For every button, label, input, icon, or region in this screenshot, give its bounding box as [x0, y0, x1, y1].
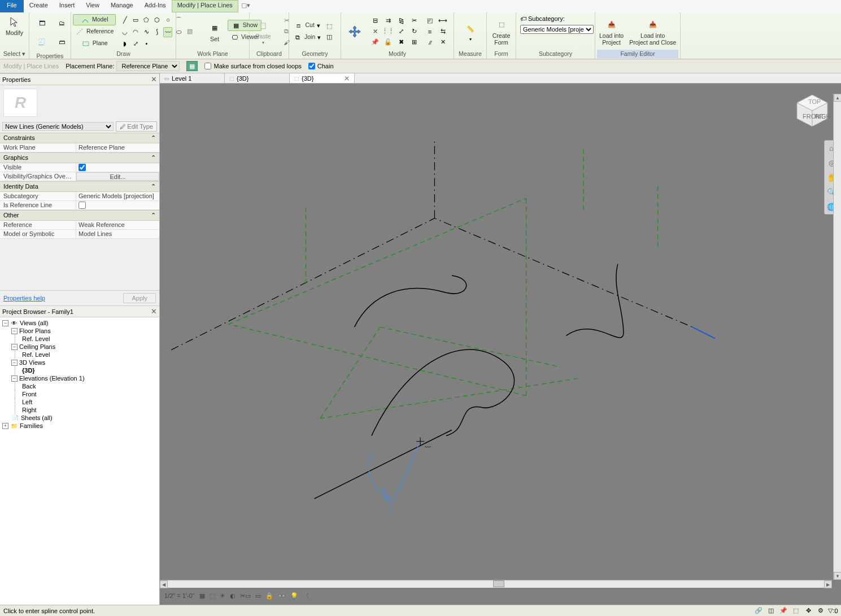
workplane-placeholder-button[interactable]: ▧ [178, 15, 202, 49]
select-pinned-icon[interactable]: 📌 [779, 606, 788, 615]
viewport[interactable]: 45.00° 〰 FRONT RIGHT TOP ⌂ [160, 84, 841, 605]
tree-toggle[interactable]: − [11, 344, 18, 350]
viewcube-top[interactable]: TOP [808, 98, 821, 105]
draw-circle-icon[interactable]: ○ [163, 15, 172, 25]
edit-type-button[interactable]: 🖉Edit Type [116, 121, 157, 132]
mod-extra5-icon[interactable]: ⫽ [424, 37, 436, 47]
make-surface-checkbox[interactable] [204, 63, 211, 69]
tree-views-all[interactable]: Views (all) [20, 320, 49, 326]
prop-subcat-value[interactable]: Generic Models [projection] [76, 192, 159, 200]
reference-line-button[interactable]: Reference [73, 26, 116, 37]
chain-checkbox[interactable] [308, 63, 315, 69]
draw-rect-icon[interactable]: ▭ [131, 15, 140, 25]
reference-plane-button[interactable]: Plane [73, 38, 116, 49]
prop-vgo-button[interactable]: Edit... [76, 172, 159, 181]
tab-close-icon[interactable]: ✕ [344, 75, 350, 82]
pin-icon[interactable]: 📌 [369, 37, 381, 47]
load-into-project-button[interactable]: 📥Load into Project [597, 15, 626, 49]
prop-isref-value[interactable] [76, 201, 159, 209]
move-button[interactable] [343, 15, 367, 49]
crop-view-icon[interactable]: ✂▭ [239, 592, 252, 600]
view-tab-3d-1[interactable]: ⬚{3D} [225, 73, 290, 83]
mod-extra2-icon[interactable]: ⟷ [437, 16, 449, 26]
scrollbar-horizontal[interactable]: ◀ ▶ [160, 580, 832, 588]
family-types-button[interactable]: 🧾 [32, 33, 51, 51]
type-selector[interactable]: New Lines (Generic Models) [2, 122, 114, 131]
draw-arc-icon[interactable]: ◡ [120, 27, 129, 37]
constraints-section[interactable]: Constraints⌃ [0, 133, 159, 143]
properties-help-link[interactable]: Properties help [3, 295, 45, 302]
detail-level-icon[interactable]: ▦ [198, 592, 206, 600]
mod-extra4-icon[interactable]: ⇆ [437, 27, 449, 37]
identity-section[interactable]: Identity Data⌃ [0, 181, 159, 192]
properties-button[interactable]: 🗔 [32, 14, 51, 32]
tree-toggle[interactable]: − [11, 360, 18, 366]
tree-toggle[interactable]: − [11, 375, 18, 382]
copy-button[interactable]: ⧉ [276, 27, 297, 37]
mod-extra6-icon[interactable]: ✕ [437, 37, 449, 47]
visual-style-icon[interactable]: ⬚ [208, 592, 216, 600]
tree-elevations[interactable]: Elevations (Elevation 1) [19, 375, 85, 382]
tree-families[interactable]: Families [20, 422, 43, 429]
prop-ref-value[interactable]: Weak Reference [76, 221, 159, 229]
draw-arc3-icon[interactable]: ◠ [131, 27, 140, 37]
tree-toggle[interactable]: + [2, 423, 8, 429]
menu-insert[interactable]: Insert [54, 0, 81, 12]
draw-arc-fillet-icon[interactable]: ⟆ [152, 27, 162, 37]
cut-button[interactable]: ✂ [276, 16, 297, 26]
draw-polygon-icon[interactable]: ⬠ [142, 15, 151, 25]
tree-toggle[interactable]: − [2, 320, 8, 326]
scale-button[interactable]: 1/2" = 1'-0" [163, 592, 196, 599]
rotate-icon[interactable]: ↻ [408, 27, 420, 37]
refplane-icon-button[interactable]: ▦ [186, 61, 198, 71]
tree-3d-name[interactable]: {3D} [22, 367, 35, 374]
prop-visible-value[interactable] [76, 163, 159, 172]
apply-button[interactable]: Apply [123, 293, 156, 303]
draw-spline-icon[interactable]: 〰 [163, 27, 172, 37]
reveal-hidden-icon[interactable]: 💡 [289, 592, 299, 600]
draw-pick-icon[interactable]: ⤢ [131, 39, 140, 49]
temp-hide-icon[interactable]: 👓 [277, 592, 287, 600]
draw-point-icon[interactable]: • [142, 39, 151, 49]
crop-region-icon[interactable]: ▭ [254, 592, 262, 600]
mirror-icon[interactable]: ⧎ [395, 16, 407, 26]
create-form-button[interactable]: ⬚Create Form [490, 15, 513, 49]
align-icon[interactable]: ⊟ [369, 16, 381, 26]
tree-ref-level[interactable]: Ref. Level [22, 335, 50, 342]
background-icon[interactable]: ⚙ [816, 606, 825, 615]
viewcube[interactable]: FRONT RIGHT TOP [792, 90, 832, 130]
paste-button[interactable]: 📋Paste▾ [251, 15, 275, 49]
view-tab-3d-2[interactable]: ⬚{3D}✕ [290, 73, 355, 83]
browser-close-icon[interactable]: ✕ [151, 307, 157, 316]
scale-icon[interactable]: ⤢ [395, 27, 407, 37]
load-into-project-close-button[interactable]: 📥Load into Project and Close [627, 15, 678, 49]
tree-back[interactable]: Back [22, 383, 36, 390]
view-tab-level1[interactable]: ▭Level 1 [160, 73, 225, 83]
workplane-set-button[interactable]: ▦Set [203, 15, 226, 48]
graphics-section[interactable]: Graphics⌃ [0, 152, 159, 163]
file-menu[interactable]: File [0, 0, 24, 12]
draw-inscribed-icon[interactable]: ⬡ [152, 15, 162, 25]
type-properties-button[interactable]: 🗂 [52, 14, 71, 32]
tree-ceiling-plans[interactable]: Ceiling Plans [19, 343, 55, 350]
lock-3d-icon[interactable]: 🔒 [264, 592, 274, 600]
project-units-button[interactable]: 🗃 [52, 33, 71, 51]
select-face-icon[interactable]: ⬚ [791, 606, 800, 615]
group-icon[interactable]: ⊞ [408, 37, 420, 47]
tree-sheets[interactable]: Sheets (all) [21, 414, 53, 421]
geom-btn1[interactable]: ⬚ [324, 21, 334, 31]
tree-toggle[interactable]: − [11, 328, 18, 334]
drag-elements-icon[interactable]: ✥ [804, 606, 813, 615]
tree-floor-plans[interactable]: Floor Plans [19, 327, 51, 334]
geom-btn2[interactable]: ◫ [324, 32, 334, 42]
select-group-title[interactable]: Select ▾ [2, 50, 27, 58]
other-section[interactable]: Other⌃ [0, 210, 159, 221]
draw-line-icon[interactable]: ╱ [120, 15, 129, 25]
array-icon[interactable]: ⋮⋮ [382, 27, 394, 37]
draw-partial-ellipse-icon[interactable]: ◗ [120, 39, 129, 49]
measure-button[interactable]: 📏▾ [459, 15, 482, 49]
select-links-icon[interactable]: 🔗 [754, 606, 763, 615]
tree-front[interactable]: Front [22, 391, 37, 397]
menu-create[interactable]: Create [24, 0, 54, 12]
sun-path-icon[interactable]: ☀ [219, 592, 226, 600]
